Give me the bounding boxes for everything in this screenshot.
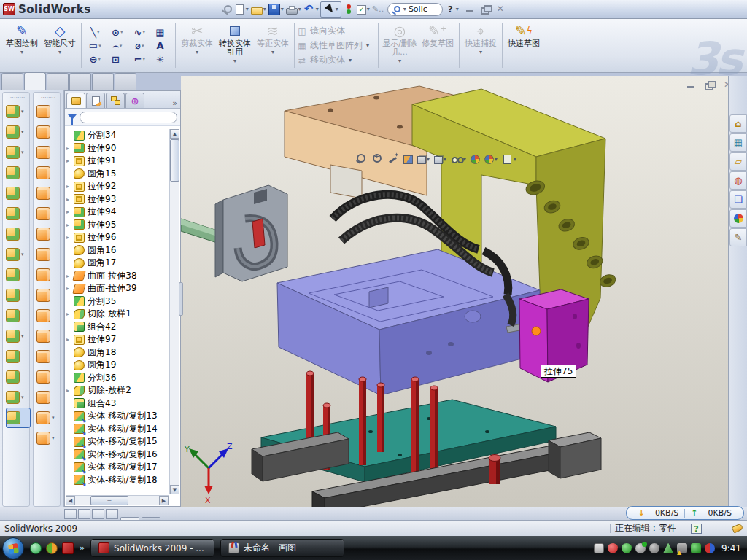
tray-icon[interactable] [649, 543, 659, 553]
toolbar-button[interactable]: ▾ [6, 163, 29, 183]
tray-icon[interactable] [663, 543, 673, 553]
view-toolbar-button[interactable]: ▾ [403, 154, 413, 164]
tab-featuremanager[interactable] [66, 93, 85, 108]
tree-item[interactable]: ▸ 实体-移动/复制15 [66, 435, 169, 448]
tree-item[interactable]: ▸ 圆角19 [66, 359, 169, 372]
quick-launch-icon[interactable] [62, 542, 74, 554]
sketch-tool-button[interactable]: ⊙ ▾ [107, 27, 129, 38]
toolbar-button[interactable]: ▾ [36, 183, 60, 203]
tree-item[interactable]: ▸ 实体-移动/复制14 [66, 423, 169, 436]
tree-item[interactable]: ▸ 实体-移动/复制13 [66, 410, 169, 423]
menu-item[interactable] [101, 7, 116, 12]
toolbar-button[interactable]: ▾ [6, 203, 29, 224]
quick-launch-icon[interactable] [30, 542, 42, 554]
convert-entities-button[interactable]: 转换实体引用 ▾ [216, 20, 254, 71]
dropdown-icon[interactable]: ▾ [21, 394, 24, 400]
menu-item[interactable] [182, 7, 196, 12]
scroll-up-icon[interactable]: ▲ [170, 129, 179, 139]
search-input[interactable]: Solic [409, 4, 427, 14]
command-tab[interactable] [1, 73, 23, 90]
taskbar-window-button[interactable]: SolidWorks 2009 - ... [90, 539, 214, 557]
toolbar-button[interactable]: ▾ [36, 387, 60, 408]
toolbar-button[interactable]: ▾ [36, 122, 60, 142]
sketch-tool-button[interactable]: ▦ ▾ [151, 27, 174, 38]
toolbar-button[interactable]: ▾ [36, 163, 60, 183]
panel-splitter[interactable] [179, 282, 183, 316]
dropdown-icon[interactable]: ▾ [20, 49, 23, 55]
sketch-tool-button[interactable]: ⌀ ▾ [128, 40, 151, 52]
sketch-tool-button[interactable]: ⌢ ▾ [107, 40, 129, 52]
tree-item[interactable]: ▸ 实体-移动/复制17 [66, 461, 169, 474]
dropdown-icon[interactable]: ▾ [58, 49, 61, 55]
task-pane-button[interactable] [729, 171, 747, 190]
trim-entities-button[interactable]: ✂ 剪裁实体 ▾ [178, 20, 216, 71]
tray-icon[interactable] [594, 543, 604, 553]
toolbar-button[interactable]: ▾ [6, 285, 29, 306]
toolbar-button[interactable]: ▾ [6, 306, 29, 326]
command-tab[interactable] [47, 73, 69, 90]
dropdown-icon[interactable]: ▾ [120, 43, 123, 49]
toolbar-button[interactable]: ▾ [36, 285, 60, 306]
dropdown-icon[interactable]: ▾ [52, 435, 55, 441]
sheet-nav-button[interactable] [78, 509, 90, 519]
sketch-tool-button[interactable]: ⊖ ▾ [84, 54, 107, 65]
toolbar-button[interactable]: ▾ [36, 367, 60, 387]
sketch-tool-button[interactable]: ∿ ▾ [128, 27, 151, 38]
menu-item[interactable] [166, 7, 180, 12]
tree-item[interactable]: ▸ 曲面-拉伸39 [66, 282, 169, 295]
view-toolbar-button[interactable]: ▾ [434, 155, 446, 164]
tree-horizontal-scrollbar[interactable]: ◀ ☰ ▶ [66, 495, 169, 505]
toolbar-button[interactable]: ▾ [6, 142, 29, 163]
toolbar-button[interactable]: ▾ [36, 203, 60, 224]
sketch-tool-button[interactable]: ✳ ▾ [151, 54, 174, 65]
task-pane-button[interactable] [729, 152, 747, 171]
dropdown-icon[interactable]: ▾ [427, 156, 430, 163]
tree-item[interactable]: ▸ 圆角18 [66, 346, 169, 359]
tags-icon[interactable] [732, 523, 743, 533]
toolbar-button[interactable]: ▾ [371, 1, 384, 18]
offset-entities-button[interactable]: ≋ 等距实体 ▾ [254, 20, 292, 71]
command-tab[interactable] [115, 73, 136, 90]
dropdown-icon[interactable]: ▾ [98, 43, 101, 49]
task-pane-button[interactable] [729, 209, 747, 228]
toolbar-button[interactable]: ▾ [320, 1, 341, 18]
dropdown-icon[interactable]: ▾ [52, 415, 55, 421]
view-toolbar-button[interactable]: ▾ [387, 153, 399, 165]
menu-item[interactable] [198, 7, 212, 12]
dropdown-icon[interactable]: ▾ [281, 6, 284, 12]
help-dropdown-icon[interactable]: ▾ [456, 6, 459, 12]
mirror-entities-button[interactable]: ◫ 镜向实体 [297, 25, 376, 37]
quick-tips-icon[interactable]: ? [691, 524, 702, 534]
tray-icon[interactable] [705, 543, 715, 553]
toolbar-button[interactable]: ▾ [220, 1, 233, 18]
scroll-down-icon[interactable]: ▼ [170, 485, 179, 494]
expand-arrow-icon[interactable]: ▸ [66, 183, 74, 190]
filter-icon[interactable] [68, 114, 77, 120]
dropdown-icon[interactable]: ▾ [97, 29, 100, 35]
tree-item[interactable]: ▸ 切除-放样2 [66, 384, 169, 397]
tree-item[interactable]: ▸ 圆角16 [66, 244, 169, 257]
view-toolbar-button[interactable]: ▾ [417, 155, 430, 164]
taskbar-window-button[interactable]: 未命名 - 画图 [220, 539, 344, 557]
dropdown-icon[interactable]: ▾ [316, 6, 319, 12]
tree-item[interactable]: ▸ 分割34 [66, 129, 169, 142]
tree-item[interactable]: ▸ 切除-放样1 [66, 308, 169, 321]
sketch-tool-button[interactable]: A ▾ [151, 40, 174, 52]
dropdown-icon[interactable]: ▾ [246, 6, 249, 12]
view-toolbar-button[interactable]: ▾ [471, 154, 480, 164]
more-tabs-icon[interactable]: » [172, 98, 177, 108]
view-toolbar-button[interactable]: ▾ [451, 153, 466, 165]
toolbar-button[interactable]: ▾ [36, 101, 60, 122]
mold-assembly-model[interactable]: Y Z X [181, 76, 747, 507]
move-entities-button[interactable]: ⇄ 移动实体 ▾ [297, 54, 376, 66]
tree-item[interactable]: ▸ 拉伸93 [66, 193, 169, 206]
toolbar-button[interactable]: ▾ [36, 244, 60, 265]
toolbar-button[interactable]: ▾ [6, 408, 31, 428]
toolbar-button[interactable]: ▾ [303, 1, 320, 18]
tree-item[interactable]: ▸ 拉伸92 [66, 180, 169, 193]
expand-arrow-icon[interactable]: ▸ [66, 387, 74, 394]
tree-vertical-scrollbar[interactable]: ▲ ▼ [169, 129, 179, 494]
tree-item[interactable]: ▸ 组合43 [66, 397, 169, 411]
toolbar-button[interactable]: ▾ [36, 265, 60, 285]
quick-launch-more-icon[interactable]: » [80, 543, 85, 553]
